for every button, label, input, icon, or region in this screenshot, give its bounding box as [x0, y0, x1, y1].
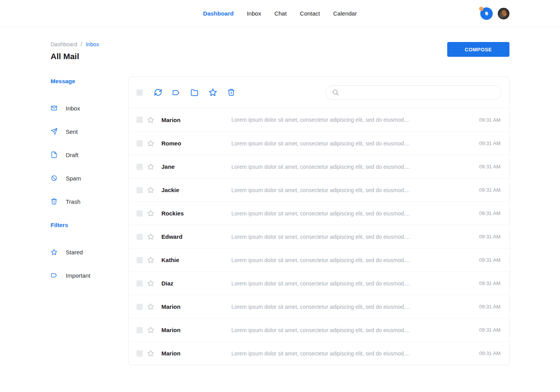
star-icon[interactable]	[147, 280, 154, 287]
nav-chat[interactable]: Chat	[274, 10, 287, 17]
timestamp: 09:31 AM	[479, 234, 500, 240]
mail-row[interactable]: Edward Lorem ipsum dolor sit amet, conse…	[129, 225, 509, 248]
breadcrumb-dashboard[interactable]: Dashboard	[51, 41, 77, 47]
star-icon[interactable]	[147, 233, 154, 241]
sidebar-item-label: Inbox	[66, 105, 80, 112]
star-icon[interactable]	[208, 88, 217, 97]
row-checkbox[interactable]	[136, 117, 143, 123]
topbar-right	[480, 0, 509, 27]
notifications-button[interactable]	[480, 7, 493, 20]
sidebar: Message Inbox Sent	[51, 77, 128, 287]
message-preview: Lorem ipsum dolor sit amet, consectetur …	[231, 304, 473, 310]
folder-icon[interactable]	[190, 88, 199, 97]
sidebar-heading-message: Message	[51, 77, 128, 88]
sender-name: Jane	[161, 163, 231, 170]
nav-inbox[interactable]: Inbox	[247, 10, 261, 17]
sidebar-item-label: Sent	[66, 128, 78, 135]
sender-name: Marion	[161, 303, 231, 310]
sender-name: Marion	[161, 327, 231, 333]
sidebar-section-filters: Filters Stared Important	[51, 220, 128, 287]
row-checkbox[interactable]	[136, 304, 143, 310]
nav-dashboard[interactable]: Dashboard	[203, 10, 233, 17]
timestamp: 09:31 AM	[479, 280, 500, 286]
message-preview: Lorem ipsum dolor sit amet, consectetur …	[231, 327, 473, 333]
sidebar-item-sent[interactable]: Sent	[51, 120, 128, 143]
timestamp: 09:31 AM	[479, 350, 500, 356]
sidebar-section-message: Message Inbox Sent	[51, 77, 128, 213]
mail-row[interactable]: Marion Lorem ipsum dolor sit amet, conse…	[129, 108, 509, 131]
timestamp: 09:31 AM	[479, 187, 500, 193]
sender-name: Jackie	[161, 187, 231, 193]
mail-list-panel: Marion Lorem ipsum dolor sit amet, conse…	[128, 77, 509, 365]
message-preview: Lorem ipsum dolor sit amet, consectetur …	[231, 164, 473, 170]
timestamp: 09:31 AM	[479, 257, 500, 263]
mail-row[interactable]: Marion Lorem ipsum dolor sit amet, conse…	[129, 341, 509, 365]
paper-plane-icon	[51, 128, 58, 135]
row-checkbox[interactable]	[136, 140, 143, 147]
star-icon[interactable]	[147, 140, 154, 147]
breadcrumb-separator: /	[81, 41, 82, 47]
compose-button[interactable]: COMPOSE	[447, 42, 509, 57]
mail-row[interactable]: Rockies Lorem ipsum dolor sit amet, cons…	[129, 201, 509, 225]
sidebar-item-label: Draft	[66, 152, 79, 158]
timestamp: 09:31 AM	[479, 140, 500, 146]
label-icon[interactable]	[172, 88, 181, 97]
select-all-checkbox[interactable]	[136, 89, 143, 96]
timestamp: 09:31 AM	[479, 210, 500, 216]
page-header: Dashboard / Inbox All Mail COMPOSE	[51, 41, 509, 61]
mail-row[interactable]: Kathie Lorem ipsum dolor sit amet, conse…	[129, 248, 509, 271]
envelope-icon	[51, 105, 58, 112]
sender-name: Marion	[161, 117, 231, 123]
star-icon[interactable]	[147, 116, 154, 124]
row-checkbox[interactable]	[136, 350, 143, 357]
timestamp: 09:31 AM	[479, 327, 500, 333]
row-checkbox[interactable]	[136, 210, 143, 217]
mail-row[interactable]: Romeo Lorem ipsum dolor sit amet, consec…	[129, 131, 509, 155]
sender-name: Rockies	[161, 210, 231, 217]
nav-calendar[interactable]: Calendar	[333, 10, 357, 17]
top-navigation-bar: Dashboard Inbox Chat Contact Calendar	[0, 0, 560, 27]
mail-row[interactable]: Diaz Lorem ipsum dolor sit amet, consect…	[129, 271, 509, 295]
refresh-icon[interactable]	[153, 88, 163, 97]
row-checkbox[interactable]	[136, 257, 143, 263]
sidebar-item-inbox[interactable]: Inbox	[51, 96, 128, 120]
row-checkbox[interactable]	[136, 327, 143, 333]
sidebar-item-spam[interactable]: Spam	[51, 166, 128, 190]
row-checkbox[interactable]	[136, 187, 143, 193]
trash-icon[interactable]	[226, 88, 236, 97]
mail-row[interactable]: Jackie Lorem ipsum dolor sit amet, conse…	[129, 178, 509, 201]
star-icon[interactable]	[147, 303, 154, 311]
star-icon[interactable]	[147, 163, 154, 171]
search-input[interactable]	[340, 86, 501, 100]
row-checkbox[interactable]	[136, 164, 143, 170]
mail-row[interactable]: Jane Lorem ipsum dolor sit amet, consect…	[129, 155, 509, 178]
star-icon	[51, 248, 58, 256]
search-box	[326, 85, 501, 100]
main-nav: Dashboard Inbox Chat Contact Calendar	[203, 10, 357, 17]
star-icon[interactable]	[147, 326, 154, 334]
page-body: Dashboard / Inbox All Mail COMPOSE Messa…	[0, 27, 560, 365]
message-preview: Lorem ipsum dolor sit amet, consectetur …	[231, 350, 473, 357]
timestamp: 09:31 AM	[479, 117, 500, 123]
star-icon[interactable]	[147, 350, 154, 357]
mail-row[interactable]: Marion Lorem ipsum dolor sit amet, conse…	[129, 318, 509, 341]
star-icon[interactable]	[147, 256, 154, 264]
star-icon[interactable]	[147, 210, 154, 217]
sidebar-item-stared[interactable]: Stared	[51, 240, 128, 264]
nav-contact[interactable]: Contact	[300, 10, 320, 17]
label-icon	[51, 272, 58, 279]
message-preview: Lorem ipsum dolor sit amet, consectetur …	[231, 234, 473, 240]
user-avatar[interactable]	[498, 8, 509, 19]
trash-icon	[51, 198, 58, 205]
row-checkbox[interactable]	[136, 234, 143, 240]
sender-name: Edward	[161, 233, 231, 240]
breadcrumb-inbox[interactable]: Inbox	[86, 41, 99, 47]
sender-name: Kathie	[161, 257, 231, 263]
star-icon[interactable]	[147, 186, 154, 194]
sidebar-item-draft[interactable]: Draft	[51, 143, 128, 166]
row-checkbox[interactable]	[136, 280, 143, 287]
sidebar-item-trash[interactable]: Trash	[51, 190, 128, 213]
sidebar-item-important[interactable]: Important	[51, 264, 128, 287]
content: Message Inbox Sent	[51, 77, 509, 365]
mail-row[interactable]: Marion Lorem ipsum dolor sit amet, conse…	[129, 295, 509, 318]
